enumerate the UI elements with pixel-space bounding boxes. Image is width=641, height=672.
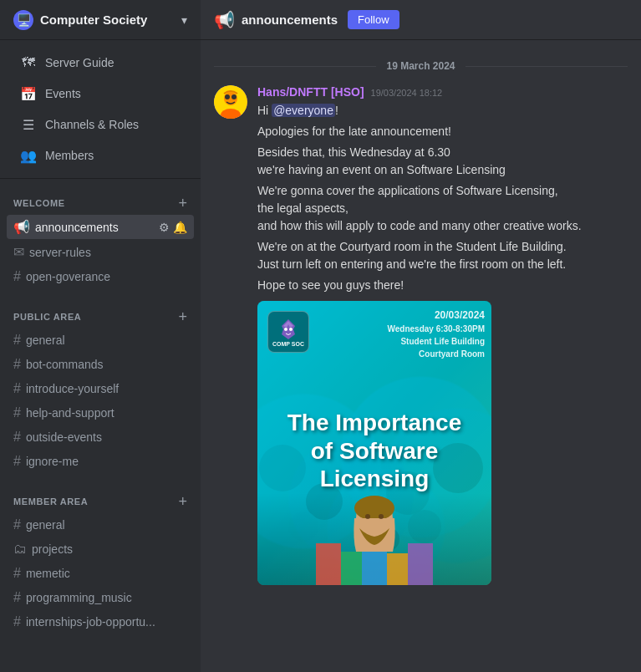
hash-icon: # <box>13 454 21 469</box>
section-welcome: WELCOME + 📢 announcements ⚙ 🔔 ✉ server-r… <box>0 179 201 293</box>
channel-introduce-yourself[interactable]: # introduce-yourself <box>7 377 194 400</box>
poster-venue-line1: Student Life Building <box>387 335 485 348</box>
poster-date: 20/03/2024 <box>387 308 485 323</box>
text-channel-icon: ✉ <box>13 244 24 260</box>
svg-point-25 <box>354 496 394 521</box>
message-timestamp: 19/03/2024 18:12 <box>371 88 443 98</box>
svg-point-4 <box>231 94 237 99</box>
channel-open-goverance[interactable]: # open-goverance <box>7 265 194 288</box>
announcement-channel-icon: 📢 <box>13 219 30 235</box>
svg-point-18 <box>289 328 293 331</box>
forum-icon: 🗂 <box>13 542 27 557</box>
follow-button[interactable]: Follow <box>348 10 399 29</box>
svg-rect-22 <box>387 553 408 585</box>
channel-general-member[interactable]: # general <box>7 513 194 537</box>
section-welcome-header[interactable]: WELCOME + <box>7 192 194 214</box>
svg-rect-21 <box>362 547 387 585</box>
message-author: Hans/DNFTT [HSO] <box>257 85 364 99</box>
hash-icon: # <box>13 333 21 348</box>
sidebar-navigation: 🗺 Server Guide 📅 Events ☰ Channels & Rol… <box>0 40 201 179</box>
channel-announcements[interactable]: 📢 announcements ⚙ 🔔 <box>7 215 194 239</box>
poster-event-details: 20/03/2024 Wednesday 6:30-8:30PM Student… <box>387 308 485 360</box>
avatar <box>214 85 247 119</box>
channel-projects[interactable]: 🗂 projects <box>7 537 194 561</box>
message-content: Hans/DNFTT [HSO] 19/03/2024 18:12 Hi @ev… <box>257 85 628 585</box>
sidebar-item-server-guide[interactable]: 🗺 Server Guide <box>7 48 194 78</box>
server-header[interactable]: 🖥️ Computer Society ▾ <box>0 0 201 40</box>
chevron-down-icon: ▾ <box>181 13 187 27</box>
sidebar-item-events[interactable]: 📅 Events <box>7 79 194 109</box>
settings-icon[interactable]: ⚙ <box>159 221 170 234</box>
channel-list: WELCOME + 📢 announcements ⚙ 🔔 ✉ server-r… <box>0 179 201 672</box>
message-paragraph: We're on at the Courtyard room in the St… <box>257 238 628 273</box>
hash-icon: # <box>13 566 21 581</box>
message-paragraph: Apologies for the late announcement! <box>257 123 628 140</box>
poster-venue-line2: Courtyard Room <box>387 348 485 360</box>
server-icon: 🖥️ <box>13 10 33 30</box>
message: Hans/DNFTT [HSO] 19/03/2024 18:12 Hi @ev… <box>214 85 628 585</box>
members-icon: 👥 <box>20 147 37 164</box>
channel-ignore-me[interactable]: # ignore-me <box>7 450 194 473</box>
svg-point-17 <box>284 328 287 331</box>
channel-header: 📢 announcements Follow <box>201 0 641 40</box>
add-channel-icon[interactable]: + <box>178 196 187 211</box>
sidebar-item-channels-roles[interactable]: ☰ Channels & Roles <box>7 109 194 140</box>
poster-time: Wednesday 6:30-8:30PM <box>387 323 485 335</box>
svg-rect-20 <box>341 552 362 585</box>
message-body: Hi @everyone! Apologies for the late ann… <box>257 102 628 585</box>
svg-rect-19 <box>316 543 341 585</box>
channel-help-and-support[interactable]: # help-and-support <box>7 401 194 425</box>
notification-icon[interactable]: 🔔 <box>173 221 187 234</box>
hash-icon: # <box>13 614 21 629</box>
channel-header-name: announcements <box>242 13 338 27</box>
section-member-header[interactable]: MEMBER AREA + <box>7 491 194 512</box>
poster-person-svg <box>316 493 433 585</box>
message-header: Hans/DNFTT [HSO] 19/03/2024 18:12 <box>257 85 628 99</box>
mention-everyone: @everyone <box>272 104 335 117</box>
poster-title-line2: of Software <box>266 437 483 466</box>
svg-point-3 <box>225 94 230 99</box>
sidebar-item-members[interactable]: 👥 Members <box>7 140 194 171</box>
section-member-area: MEMBER AREA + # general 🗂 projects # mem… <box>0 477 201 638</box>
channel-bot-commands[interactable]: # bot-commands <box>7 353 194 376</box>
hash-icon: # <box>13 405 21 420</box>
add-channel-public-icon[interactable]: + <box>178 309 187 324</box>
channel-general[interactable]: # general <box>7 328 194 352</box>
map-icon: 🗺 <box>20 54 37 71</box>
message-paragraph: Hi @everyone! <box>257 102 628 120</box>
messages-area: 19 March 2024 <box>201 40 641 672</box>
main-content: 📢 announcements Follow 19 March 2024 <box>201 0 641 672</box>
channels-icon: ☰ <box>20 116 37 133</box>
section-public-header[interactable]: PUBLIC AREA + <box>7 306 194 328</box>
event-poster: COMP SOC 20/03/2024 Wednesday 6:30-8:30P… <box>257 301 491 585</box>
sidebar: 🖥️ Computer Society ▾ 🗺 Server Guide 📅 E… <box>0 0 201 672</box>
poster-title-line3: Licensing <box>266 465 483 493</box>
section-public-area: PUBLIC AREA + # general # bot-commands #… <box>0 293 201 477</box>
channel-memetic[interactable]: # memetic <box>7 562 194 585</box>
message-paragraph: We're gonna cover the applications of So… <box>257 182 628 235</box>
message-paragraph: Besides that, this Wednesday at 6.30we'r… <box>257 144 628 179</box>
org-name-label: COMP SOC <box>272 341 304 347</box>
hash-icon: # <box>13 517 21 532</box>
message-paragraph: Hope to see you guys there! <box>257 277 628 294</box>
channel-outside-events[interactable]: # outside-events <box>7 425 194 449</box>
avatar-svg <box>214 85 247 119</box>
svg-point-27 <box>379 514 384 519</box>
events-icon: 📅 <box>20 85 37 102</box>
add-channel-member-icon[interactable]: + <box>178 494 187 509</box>
poster-logo: COMP SOC <box>267 311 309 353</box>
hash-icon: # <box>13 590 21 605</box>
channel-internships[interactable]: # internships-job-opportu... <box>7 610 194 634</box>
date-divider: 19 March 2024 <box>214 60 628 72</box>
channel-programming-music[interactable]: # programming_music <box>7 586 194 609</box>
channel-server-rules[interactable]: ✉ server-rules <box>7 240 194 264</box>
avatar-image <box>214 85 247 119</box>
svg-rect-23 <box>408 543 433 585</box>
poster-bottom-image <box>257 493 491 585</box>
hash-icon: # <box>13 430 21 445</box>
svg-point-26 <box>365 514 370 519</box>
wolf-icon <box>277 318 300 341</box>
announcement-header-icon: 📢 <box>214 10 235 30</box>
hash-icon: # <box>13 269 21 284</box>
poster-title: The Importance of Software Licensing <box>257 409 491 493</box>
